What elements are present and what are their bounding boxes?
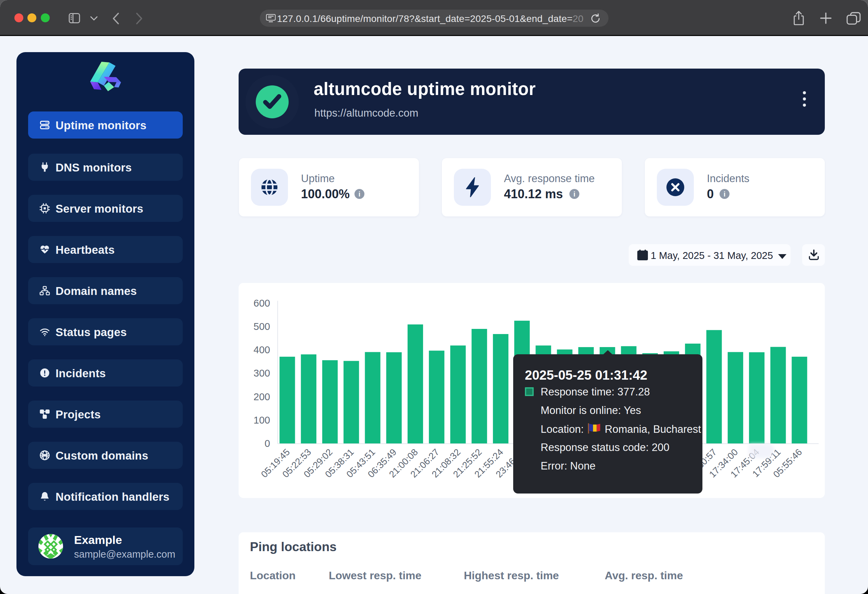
svg-text:600: 600 (254, 298, 270, 309)
svg-text:300: 300 (254, 368, 270, 378)
svg-text:400: 400 (254, 344, 270, 355)
svg-text:500: 500 (254, 321, 270, 332)
svg-text:100: 100 (254, 415, 270, 426)
svg-text:0: 0 (265, 438, 270, 449)
svg-text:200: 200 (254, 391, 270, 402)
